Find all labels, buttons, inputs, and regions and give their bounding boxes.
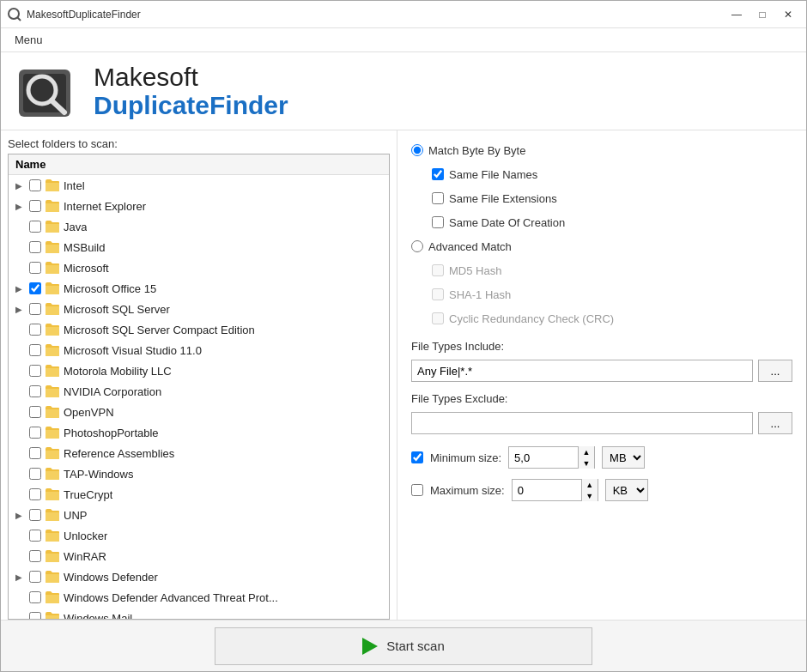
folder-checkbox[interactable] (29, 303, 41, 315)
tree-item-label: Microsoft Office 15 (64, 282, 156, 295)
tree-item-label: Microsoft (64, 262, 109, 275)
folder-checkbox[interactable] (29, 571, 41, 583)
min-size-checkbox[interactable] (411, 451, 423, 463)
tree-expander-icon: ▶ (12, 179, 26, 192)
tree-item[interactable]: WinRAR (9, 546, 389, 566)
match-byte-label: Match Byte By Byte (428, 144, 525, 157)
folder-icon (45, 261, 60, 275)
tree-item[interactable]: NVIDIA Corporation (9, 381, 389, 402)
tree-body[interactable]: ▶ Intel▶ Internet Explorer Java MSBuild … (9, 175, 389, 619)
max-size-unit-select[interactable]: KB MB GB (605, 479, 648, 501)
folder-icon (45, 446, 60, 460)
max-size-input-container: ▲ ▼ (512, 479, 598, 501)
folder-icon (45, 611, 60, 619)
folder-checkbox[interactable] (29, 200, 41, 212)
tree-item[interactable]: ▶ Internet Explorer (9, 196, 389, 216)
folder-checkbox[interactable] (29, 591, 41, 603)
tree-item[interactable]: ▶ Intel (9, 175, 389, 196)
minimize-button[interactable]: — (725, 5, 748, 24)
tree-item[interactable]: Windows Mail (9, 608, 389, 619)
file-types-exclude-browse-btn[interactable]: ... (758, 412, 792, 434)
folder-checkbox[interactable] (29, 221, 41, 233)
max-size-row: Maximum size: ▲ ▼ KB MB GB (411, 479, 792, 501)
main-content: Select folders to scan: Name ▶ Intel▶ In… (1, 130, 806, 620)
tree-item[interactable]: Microsoft Visual Studio 11.0 (9, 340, 389, 360)
file-types-include-input[interactable] (411, 360, 753, 382)
crc-checkbox[interactable] (432, 312, 444, 324)
folder-checkbox[interactable] (29, 550, 41, 562)
maximize-button[interactable]: □ (751, 5, 774, 24)
max-size-down-btn[interactable]: ▼ (582, 490, 598, 501)
tree-item[interactable]: ▶ UNP (9, 505, 389, 525)
tree-item-label: TAP-Windows (64, 468, 133, 481)
max-size-input[interactable] (513, 480, 581, 500)
tree-item[interactable]: ▶ Microsoft Office 15 (9, 278, 389, 299)
same-ext-checkbox[interactable] (432, 192, 444, 204)
folder-icon (45, 590, 60, 604)
folder-icon (45, 549, 60, 563)
folder-checkbox[interactable] (29, 262, 41, 274)
tree-expander-icon (12, 343, 26, 357)
tree-item[interactable]: Reference Assemblies (9, 443, 389, 463)
folder-checkbox[interactable] (29, 365, 41, 377)
min-size-input[interactable] (509, 447, 578, 468)
app-icon (8, 8, 21, 21)
match-byte-radio[interactable] (411, 144, 423, 156)
folder-checkbox[interactable] (29, 488, 41, 500)
same-names-checkbox[interactable] (432, 168, 444, 180)
start-scan-button[interactable]: Start scan (215, 627, 592, 665)
tree-item[interactable]: OpenVPN (9, 402, 389, 422)
app-logo (15, 61, 83, 121)
md5-checkbox[interactable] (432, 264, 444, 276)
folder-icon (45, 199, 60, 213)
tree-item[interactable]: Microsoft (9, 257, 389, 278)
tree-item[interactable]: Microsoft SQL Server Compact Edition (9, 319, 389, 340)
same-date-checkbox[interactable] (432, 216, 444, 228)
min-size-down-btn[interactable]: ▼ (579, 457, 594, 469)
folder-checkbox[interactable] (29, 509, 41, 521)
tree-item[interactable]: Java (9, 216, 389, 237)
folder-checkbox[interactable] (29, 427, 41, 439)
tree-expander-icon (12, 467, 26, 481)
tree-item[interactable]: TAP-Windows (9, 463, 389, 484)
sha1-row: SHA-1 Hash (411, 285, 792, 304)
folder-checkbox[interactable] (29, 179, 41, 191)
tree-item-label: Windows Defender Advanced Threat Prot... (64, 591, 278, 604)
advanced-match-radio[interactable] (411, 240, 423, 252)
folder-checkbox[interactable] (29, 530, 41, 542)
tree-item[interactable]: ▶ Microsoft SQL Server (9, 299, 389, 319)
app-header: Makesoft DuplicateFinder (1, 52, 806, 130)
min-size-unit-select[interactable]: KB MB GB (602, 446, 645, 469)
file-types-exclude-input[interactable] (411, 412, 753, 434)
folder-checkbox[interactable] (29, 241, 41, 253)
menu-item-menu[interactable]: Menu (8, 30, 50, 50)
tree-item[interactable]: PhotoshopPortable (9, 422, 389, 443)
folder-checkbox[interactable] (29, 344, 41, 356)
tree-item[interactable]: TrueCrypt (9, 484, 389, 505)
tree-item[interactable]: Unlocker (9, 525, 389, 546)
folder-checkbox[interactable] (29, 385, 41, 397)
close-button[interactable]: ✕ (777, 5, 799, 24)
file-types-include-browse-btn[interactable]: ... (758, 360, 792, 382)
max-size-up-btn[interactable]: ▲ (582, 479, 598, 490)
tree-expander-icon (12, 323, 26, 336)
max-size-checkbox[interactable] (411, 484, 423, 496)
sha1-checkbox[interactable] (432, 288, 444, 300)
tree-item[interactable]: MSBuild (9, 237, 389, 257)
folder-checkbox[interactable] (29, 282, 41, 294)
folder-checkbox[interactable] (29, 406, 41, 418)
tree-item[interactable]: ▶ Windows Defender (9, 566, 389, 587)
folder-checkbox[interactable] (29, 468, 41, 480)
folder-checkbox[interactable] (29, 324, 41, 336)
tree-expander-icon (12, 446, 26, 460)
tree-item[interactable]: Motorola Mobility LLC (9, 360, 389, 381)
tree-item-label: Windows Defender (64, 571, 158, 584)
folder-icon (45, 508, 60, 522)
tree-item-label: WinRAR (64, 550, 106, 563)
tree-item[interactable]: Windows Defender Advanced Threat Prot... (9, 587, 389, 608)
min-size-up-btn[interactable]: ▲ (579, 446, 594, 457)
crc-row: Cyclic Redundancy Check (CRC) (411, 309, 792, 328)
folder-checkbox[interactable] (29, 447, 41, 459)
tree-expander-icon (12, 405, 26, 419)
folder-checkbox[interactable] (29, 612, 41, 619)
